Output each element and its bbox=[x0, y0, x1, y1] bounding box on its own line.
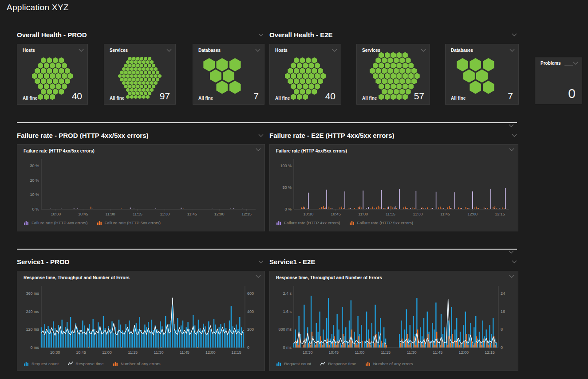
hexagon[interactable] bbox=[38, 73, 43, 79]
hexagon[interactable] bbox=[308, 83, 314, 90]
hexagon[interactable] bbox=[47, 68, 52, 74]
hexagon[interactable] bbox=[156, 78, 159, 82]
hexagon[interactable] bbox=[312, 78, 317, 84]
hexagon[interactable] bbox=[126, 74, 130, 78]
hexagon[interactable] bbox=[463, 69, 475, 82]
hexagon[interactable] bbox=[379, 83, 384, 90]
hexagon[interactable] bbox=[396, 73, 402, 79]
hexagon[interactable] bbox=[124, 63, 128, 67]
hexagon[interactable] bbox=[483, 58, 494, 71]
service-e2e-chart-canvas[interactable]: 2.4 s1.6 s800 ms0 ms24168010:3010:4511:0… bbox=[273, 283, 515, 357]
hexagon[interactable] bbox=[294, 57, 299, 63]
hexagon[interactable] bbox=[53, 68, 58, 74]
tile-hosts-e2e[interactable]: Hosts All fine40 bbox=[269, 44, 341, 105]
chevron-down-icon[interactable] bbox=[573, 62, 578, 65]
hexagon[interactable] bbox=[148, 78, 151, 82]
hexagon[interactable] bbox=[53, 57, 58, 63]
hexagon[interactable] bbox=[62, 63, 67, 69]
hexagon[interactable] bbox=[53, 78, 58, 84]
hexagon[interactable] bbox=[203, 58, 215, 71]
hexagon[interactable] bbox=[59, 68, 64, 74]
hexagon[interactable] bbox=[148, 70, 151, 74]
hexagon[interactable] bbox=[136, 57, 140, 61]
chevron-down-icon[interactable] bbox=[258, 33, 264, 36]
chevron-down-icon[interactable] bbox=[512, 33, 517, 36]
hexagon[interactable] bbox=[142, 81, 146, 85]
hexagon[interactable] bbox=[396, 52, 402, 59]
hexagon[interactable] bbox=[59, 78, 64, 84]
hexagon[interactable] bbox=[379, 73, 384, 79]
hexagon[interactable] bbox=[379, 63, 384, 69]
hexagon[interactable] bbox=[132, 57, 136, 61]
hexagon[interactable] bbox=[50, 63, 55, 69]
hexagon[interactable] bbox=[65, 68, 70, 74]
hexagon[interactable] bbox=[297, 63, 302, 69]
legend-item[interactable]: Failure rate (HTTP 4xx errors) bbox=[24, 220, 88, 225]
hexagon[interactable] bbox=[50, 83, 55, 90]
hexagon[interactable] bbox=[35, 78, 40, 84]
hexagon[interactable] bbox=[142, 60, 146, 64]
tile-databases-e2e[interactable]: Databases All fine7 bbox=[445, 44, 519, 105]
hexagon[interactable] bbox=[118, 74, 122, 78]
hexagon[interactable] bbox=[132, 78, 136, 82]
hexagon[interactable] bbox=[134, 74, 138, 78]
legend-item[interactable]: Request count bbox=[276, 361, 311, 366]
hexagon[interactable] bbox=[291, 63, 296, 69]
hexagon[interactable] bbox=[385, 83, 390, 90]
hexagon[interactable] bbox=[387, 57, 393, 63]
hexagon[interactable] bbox=[294, 68, 299, 74]
hexagon[interactable] bbox=[124, 84, 128, 88]
hexagon[interactable] bbox=[394, 78, 399, 84]
hexagon[interactable] bbox=[385, 73, 390, 79]
hexagon[interactable] bbox=[294, 78, 299, 84]
hexagon[interactable] bbox=[150, 81, 154, 85]
hexagon[interactable] bbox=[154, 74, 158, 78]
hexagon[interactable] bbox=[312, 57, 317, 63]
hexagon[interactable] bbox=[146, 81, 150, 85]
legend-item[interactable]: Request count bbox=[24, 361, 59, 366]
chevron-down-icon[interactable] bbox=[509, 124, 514, 127]
chevron-down-icon[interactable] bbox=[256, 148, 261, 151]
hexagon[interactable] bbox=[130, 74, 134, 78]
hexagon[interactable] bbox=[65, 78, 70, 84]
hexagon[interactable] bbox=[375, 68, 381, 74]
hexagon[interactable] bbox=[128, 63, 132, 67]
hexagon[interactable] bbox=[148, 57, 151, 61]
hexagon[interactable] bbox=[403, 52, 408, 59]
hexagon[interactable] bbox=[150, 74, 154, 78]
hexagon[interactable] bbox=[373, 63, 378, 69]
hexagon[interactable] bbox=[315, 83, 320, 90]
hexagon[interactable] bbox=[67, 73, 73, 79]
hexagon[interactable] bbox=[297, 73, 302, 79]
hexagon[interactable] bbox=[154, 67, 158, 71]
hexagon[interactable] bbox=[32, 73, 37, 79]
hexagon[interactable] bbox=[138, 60, 142, 64]
hexagon[interactable] bbox=[396, 63, 402, 69]
hexagon[interactable] bbox=[411, 78, 417, 84]
hexagon[interactable] bbox=[138, 74, 142, 78]
hexagon[interactable] bbox=[152, 70, 155, 74]
hexagon[interactable] bbox=[35, 68, 40, 74]
hexagon[interactable] bbox=[375, 57, 381, 63]
hexagon[interactable] bbox=[41, 68, 46, 74]
hexagon[interactable] bbox=[229, 58, 241, 71]
tile-databases-prod[interactable]: Databases All fine7 bbox=[193, 44, 264, 105]
hexagon[interactable] bbox=[476, 69, 488, 82]
hexagon[interactable] bbox=[399, 78, 405, 84]
failure-prod-chart-canvas[interactable]: 30 %20 %10 %0 %10:3010:4511:0011:1511:30… bbox=[21, 156, 262, 219]
service-prod-chart-canvas[interactable]: 360 ms240 ms120 ms0 ms600400200010:3010:… bbox=[21, 283, 262, 357]
hexagon[interactable] bbox=[146, 67, 150, 71]
hexagon[interactable] bbox=[124, 70, 128, 74]
chevron-down-icon[interactable] bbox=[258, 260, 264, 263]
chart-tile-failure-prod[interactable]: Failure rate (HTTP 4xx/5xx errors) 30 %2… bbox=[17, 144, 265, 231]
hexagon[interactable] bbox=[288, 78, 293, 84]
hexagon[interactable] bbox=[120, 70, 124, 74]
hexagon[interactable] bbox=[291, 83, 296, 90]
hexagon[interactable] bbox=[132, 70, 136, 74]
hexagon[interactable] bbox=[411, 68, 417, 74]
hexagon[interactable] bbox=[394, 68, 399, 74]
hexagon[interactable] bbox=[38, 83, 43, 90]
tile-services-prod[interactable]: Services All fine97 bbox=[104, 44, 176, 105]
hexagon[interactable] bbox=[41, 78, 46, 84]
hexagon[interactable] bbox=[144, 84, 147, 88]
